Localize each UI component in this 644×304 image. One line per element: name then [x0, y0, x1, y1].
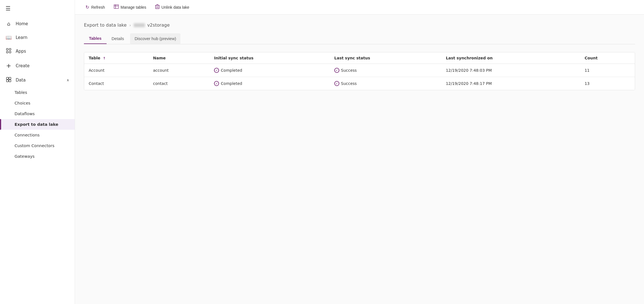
unlink-data-lake-button[interactable]: Unlink data lake — [151, 2, 193, 12]
initial-sync-status-completed: ✓ Completed — [214, 81, 325, 86]
sidebar-subitem-dataflows[interactable]: Dataflows — [0, 108, 75, 119]
column-header-last-synchronized: Last synchronized on — [441, 52, 580, 64]
tables-label: Tables — [15, 90, 27, 95]
unlink-icon — [155, 4, 159, 10]
sidebar-item-label: Apps — [16, 49, 26, 54]
refresh-button[interactable]: ↺ Refresh — [82, 3, 109, 12]
svg-rect-2 — [6, 51, 8, 53]
refresh-label: Refresh — [91, 5, 105, 10]
check-circle-icon: ✓ — [214, 68, 219, 73]
check-circle-success-icon: ✓ — [334, 81, 339, 86]
svg-rect-8 — [114, 5, 119, 9]
svg-rect-4 — [6, 77, 8, 79]
svg-rect-6 — [6, 80, 8, 82]
sidebar-subitem-export-to-data-lake[interactable]: Export to data lake — [0, 119, 75, 130]
sidebar-item-home[interactable]: ⌂ Home — [0, 17, 75, 31]
tab-tables[interactable]: Tables — [84, 33, 107, 44]
sidebar: ☰ ⌂ Home 📖 Learn Apps + Create — [0, 0, 75, 304]
check-circle-success-icon: ✓ — [334, 68, 339, 73]
data-table-container: Table ↑ Name Initial sync status Last sy… — [84, 52, 635, 90]
gateways-label: Gateways — [15, 154, 35, 159]
cell-initial-sync-status: ✓ Completed — [210, 77, 330, 90]
sidebar-item-label: Home — [16, 21, 28, 26]
sidebar-subitem-tables[interactable]: Tables — [0, 87, 75, 98]
svg-rect-3 — [9, 51, 11, 53]
tab-discover-hub[interactable]: Discover hub (preview) — [130, 33, 180, 44]
breadcrumb-separator: › — [130, 23, 131, 27]
hamburger-icon: ☰ — [6, 5, 11, 12]
sidebar-subitem-choices[interactable]: Choices — [0, 98, 75, 108]
data-table: Table ↑ Name Initial sync status Last sy… — [84, 52, 635, 90]
column-header-table[interactable]: Table ↑ — [84, 52, 149, 64]
sidebar-item-label: Learn — [16, 35, 27, 40]
cell-name: contact — [149, 77, 210, 90]
initial-sync-status-label: Completed — [221, 68, 242, 73]
main-content: ↺ Refresh Manage tables — [75, 0, 644, 304]
table-row[interactable]: Contact contact ✓ Completed ✓ Success — [84, 77, 635, 90]
sidebar-item-label: Create — [16, 63, 30, 68]
svg-rect-1 — [9, 48, 11, 50]
breadcrumb-blur-placeholder — [134, 23, 145, 27]
cell-table-name: Account — [84, 64, 149, 77]
connections-label: Connections — [15, 133, 40, 137]
tabs-container: Tables Details Discover hub (preview) — [84, 33, 635, 44]
column-header-last-sync: Last sync status — [330, 52, 441, 64]
last-sync-status-label: Success — [341, 81, 357, 86]
last-sync-status-label: Success — [341, 68, 357, 73]
sidebar-data-label: Data — [16, 78, 26, 83]
page-content: Export to data lake › v2storage Tables D… — [75, 15, 644, 304]
column-header-count: Count — [580, 52, 635, 64]
cell-last-sync-status: ✓ Success — [330, 77, 441, 90]
breadcrumb-parent[interactable]: Export to data lake — [84, 22, 127, 28]
cell-initial-sync-status: ✓ Completed — [210, 64, 330, 77]
column-header-name: Name — [149, 52, 210, 64]
unlink-data-lake-label: Unlink data lake — [161, 5, 189, 10]
choices-label: Choices — [15, 101, 30, 105]
sidebar-item-data[interactable]: Data ∧ — [0, 73, 75, 87]
svg-rect-7 — [9, 80, 11, 82]
cell-count: 11 — [580, 64, 635, 77]
cell-last-synchronized-on: 12/19/2020 7:48:03 PM — [441, 64, 580, 77]
table-row[interactable]: Account account ✓ Completed ✓ Success — [84, 64, 635, 77]
sort-arrow-icon: ↑ — [103, 56, 105, 60]
sidebar-subitem-connections[interactable]: Connections — [0, 130, 75, 140]
column-header-initial-sync: Initial sync status — [210, 52, 330, 64]
tab-details[interactable]: Details — [107, 33, 129, 44]
sidebar-subitem-gateways[interactable]: Gateways — [0, 151, 75, 162]
cell-last-sync-status: ✓ Success — [330, 64, 441, 77]
last-sync-status-success: ✓ Success — [334, 68, 437, 73]
create-icon: + — [6, 62, 12, 69]
table-header-row: Table ↑ Name Initial sync status Last sy… — [84, 52, 635, 64]
dataflows-label: Dataflows — [15, 112, 35, 116]
svg-rect-0 — [6, 48, 8, 50]
manage-tables-label: Manage tables — [121, 5, 146, 10]
cell-count: 13 — [580, 77, 635, 90]
sidebar-item-apps[interactable]: Apps — [0, 44, 75, 58]
hamburger-menu[interactable]: ☰ — [0, 0, 75, 17]
toolbar: ↺ Refresh Manage tables — [75, 0, 644, 15]
cell-last-synchronized-on: 12/19/2020 7:48:17 PM — [441, 77, 580, 90]
last-sync-status-success: ✓ Success — [334, 81, 437, 86]
learn-icon: 📖 — [6, 34, 12, 40]
home-icon: ⌂ — [6, 21, 12, 27]
cell-table-name: Contact — [84, 77, 149, 90]
manage-tables-icon — [114, 4, 119, 10]
initial-sync-status-label: Completed — [221, 81, 242, 86]
cell-name: account — [149, 64, 210, 77]
breadcrumb-current: v2storage — [134, 22, 170, 28]
refresh-icon: ↺ — [86, 4, 89, 10]
svg-rect-5 — [9, 77, 11, 79]
svg-rect-11 — [156, 5, 159, 9]
breadcrumb: Export to data lake › v2storage — [84, 22, 635, 28]
data-icon — [6, 77, 12, 83]
sidebar-subitem-custom-connectors[interactable]: Custom Connectors — [0, 140, 75, 151]
breadcrumb-current-label: v2storage — [147, 22, 170, 28]
chevron-up-icon: ∧ — [67, 78, 69, 82]
export-to-data-lake-label: Export to data lake — [15, 122, 58, 127]
initial-sync-status-completed: ✓ Completed — [214, 68, 325, 73]
sidebar-item-create[interactable]: + Create — [0, 58, 75, 73]
check-circle-icon: ✓ — [214, 81, 219, 86]
sidebar-item-learn[interactable]: 📖 Learn — [0, 31, 75, 44]
manage-tables-button[interactable]: Manage tables — [110, 3, 150, 12]
apps-icon — [6, 48, 12, 54]
